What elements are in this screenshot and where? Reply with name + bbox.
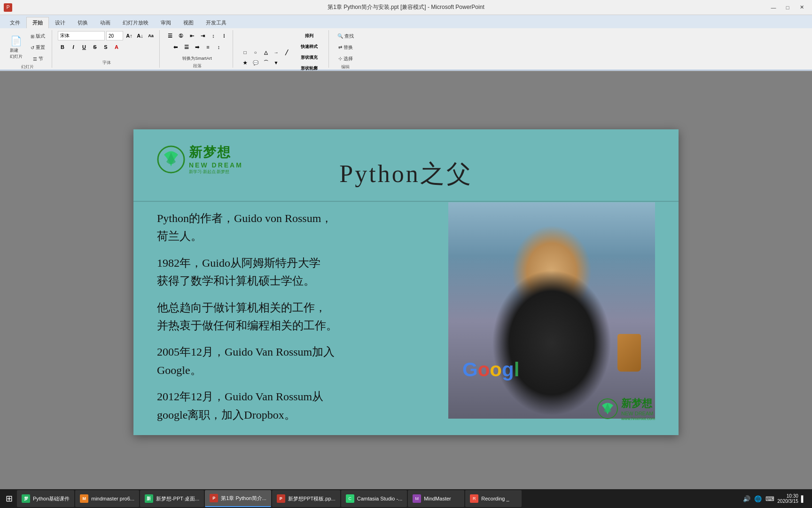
taskbar-xm-ppt-icon: 新: [145, 494, 153, 503]
ribbon-tabs: 文件 开始 设计 切换 动画 幻灯片放映 审阅 视图 开发工具: [0, 15, 812, 28]
font-name-input[interactable]: [58, 31, 105, 40]
line-shape[interactable]: ╱: [282, 48, 291, 57]
watermark-main-text: 新梦想: [621, 397, 655, 411]
shape-fill-button[interactable]: 形状填充: [295, 53, 323, 62]
maximize-button[interactable]: □: [781, 3, 794, 12]
close-button[interactable]: ✕: [795, 3, 808, 12]
keyboard-icon[interactable]: ⌨: [765, 494, 775, 503]
reset-icon: ↺: [31, 45, 34, 50]
slide-title: Python之父: [339, 158, 472, 190]
taskbar-xm-ppt[interactable]: 新 新梦想-PPT·桌面...: [140, 490, 204, 507]
star-shape[interactable]: ★: [241, 58, 250, 67]
ribbon-group-slides: 📄 新建幻灯片 ⊞ 版式 ↺ 重置 ☰ 节: [3, 30, 52, 68]
slide-divider: [133, 201, 679, 202]
bold-button[interactable]: B: [58, 42, 67, 52]
bullets-button[interactable]: ☰: [165, 31, 175, 40]
sound-icon[interactable]: 🔊: [742, 494, 751, 503]
taskbar-recording[interactable]: R Recording _: [465, 490, 522, 507]
taskbar: ⊞ 梦 Python基础课件 M mindmaster pro6... 新 新梦…: [0, 489, 812, 508]
ribbon: 文件 开始 设计 切换 动画 幻灯片放映 审阅 视图 开发工具 📄 新建幻灯片 …: [0, 15, 812, 71]
curve-shape[interactable]: ⌒: [261, 58, 271, 67]
shadow-button[interactable]: S: [101, 42, 110, 52]
slide[interactable]: 新梦想 NEW DREAM 新学习·新起点·新梦想 Python之父 Pytho…: [133, 129, 679, 435]
taskbar-recording-label: Recording _: [481, 496, 509, 501]
tab-transitions[interactable]: 切换: [71, 17, 94, 28]
taskbar-mindmaster[interactable]: M MindMaster: [408, 490, 464, 507]
taskbar-camtasia[interactable]: C Camtasia Studio -...: [341, 490, 407, 507]
font-size-input[interactable]: [106, 31, 123, 40]
layout-icon: ⊞: [31, 34, 34, 39]
tab-developer[interactable]: 开发工具: [200, 17, 233, 28]
show-desktop-button[interactable]: ▌: [800, 494, 806, 503]
taskbar-ppt-chapter1[interactable]: P 第1章 Python简介...: [205, 490, 271, 507]
circle-shape[interactable]: ○: [251, 48, 260, 57]
arrange-button[interactable]: 排列: [295, 31, 323, 40]
quick-styles-button[interactable]: 快速样式: [295, 42, 323, 51]
replace-button[interactable]: ⇄ 替换: [336, 42, 356, 53]
taskbar-mindmaster-pro[interactable]: M mindmaster pro6...: [75, 490, 139, 507]
decrease-indent-button[interactable]: ⇤: [187, 31, 196, 40]
logo-tagline-text: 新学习·新起点·新梦想: [189, 169, 243, 175]
strikethrough-button[interactable]: S: [90, 42, 100, 52]
text-direction-button[interactable]: ↕: [209, 31, 218, 40]
font-color-button[interactable]: A: [112, 42, 121, 52]
justify-button[interactable]: ≡: [203, 42, 213, 52]
taskbar-xm-ppt-label: 新梦想-PPT·桌面...: [156, 495, 199, 502]
logo-icon: [157, 145, 185, 174]
line-spacing-button[interactable]: ↕: [214, 42, 224, 52]
ribbon-group-font: A↑ A↓ Aa B I U S S A 字体: [54, 30, 160, 68]
reset-button[interactable]: ↺ 重置: [28, 42, 48, 53]
triangle-shape[interactable]: △: [261, 48, 271, 57]
google-text: G o o g l: [462, 358, 519, 381]
start-button[interactable]: ⊞: [2, 490, 16, 507]
tab-file[interactable]: 文件: [4, 17, 26, 28]
tab-animations[interactable]: 动画: [94, 17, 117, 28]
underline-button[interactable]: U: [79, 42, 89, 52]
find-button[interactable]: 🔍 查找: [335, 31, 357, 41]
ribbon-group-drawing: □ ○ △ → ╱ ★ 💬 ⌒ ▼ 排列 快速样式: [235, 30, 329, 68]
clear-format-button[interactable]: Aa: [146, 31, 156, 40]
layout-button[interactable]: ⊞ 版式: [28, 31, 48, 41]
new-slide-button[interactable]: 📄 新建幻灯片: [7, 34, 26, 61]
columns-button[interactable]: ⫶: [219, 31, 229, 40]
tab-review[interactable]: 审阅: [155, 17, 177, 28]
taskbar-python-course[interactable]: 梦 Python基础课件: [17, 490, 74, 507]
callout-shape[interactable]: 💬: [251, 58, 260, 67]
ribbon-content: 📄 新建幻灯片 ⊞ 版式 ↺ 重置 ☰ 节: [0, 28, 812, 71]
section-button[interactable]: ☰ 节: [28, 54, 48, 64]
network-icon[interactable]: 🌐: [753, 494, 763, 503]
tab-slideshow[interactable]: 幻灯片放映: [117, 17, 155, 28]
taskbar-right: 🔊 🌐 ⌨ 10:30 2020/3/15 ▌: [742, 493, 810, 504]
slide-para-2: 1982年，Guido从阿姆斯特丹大学获得了数学和计算机硕士学位。: [157, 254, 448, 290]
select-button[interactable]: ⊹ 选择: [336, 54, 356, 64]
tab-home[interactable]: 开始: [26, 17, 49, 28]
tab-design[interactable]: 设计: [49, 17, 71, 28]
more-shapes[interactable]: ▼: [272, 58, 281, 67]
align-right-button[interactable]: ➡: [193, 42, 202, 52]
main-area: 新梦想 NEW DREAM 新学习·新起点·新梦想 Python之父 Pytho…: [0, 71, 812, 493]
new-slide-icon: 📄: [10, 35, 22, 47]
photo-placeholder: G o o g l: [448, 202, 655, 419]
tab-view[interactable]: 视图: [177, 17, 200, 28]
system-time[interactable]: 10:30 2020/3/15: [777, 493, 798, 504]
align-left-button[interactable]: ⬅: [171, 42, 180, 52]
ribbon-group-paragraph: ☰ ① ⇤ ⇥ ↕ ⫶ ⬅ ☰ ➡ ≡ ↕ 转换为SmartArt: [162, 30, 233, 68]
minimize-button[interactable]: —: [767, 3, 780, 12]
align-center-button[interactable]: ☰: [182, 42, 191, 52]
taskbar-python-course-label: Python基础课件: [33, 495, 70, 502]
logo-sub-text: NEW DREAM: [189, 161, 243, 169]
smart-art-button[interactable]: 转换为SmartArt: [180, 54, 215, 63]
font-decrease-button[interactable]: A↓: [135, 31, 145, 40]
ribbon-group-editing: 🔍 查找 ⇄ 替换 ⊹ 选择 编辑: [331, 30, 360, 68]
logo-text-block: 新梦想 NEW DREAM 新学习·新起点·新梦想: [189, 143, 243, 175]
increase-indent-button[interactable]: ⇥: [198, 31, 207, 40]
arrow-shape[interactable]: →: [272, 48, 281, 57]
font-format-row: B I U S S A: [58, 42, 121, 52]
taskbar-xm-template[interactable]: P 新梦想PPT模板.pp...: [272, 490, 340, 507]
rectangle-shape[interactable]: □: [241, 48, 250, 57]
numbering-button[interactable]: ①: [176, 31, 186, 40]
taskbar-camtasia-icon: C: [346, 494, 354, 503]
italic-button[interactable]: I: [69, 42, 78, 52]
font-increase-button[interactable]: A↑: [125, 31, 134, 40]
slide-watermark-logo: 新梦想 NEW DREAM www.hnxmxit.com: [597, 397, 655, 421]
